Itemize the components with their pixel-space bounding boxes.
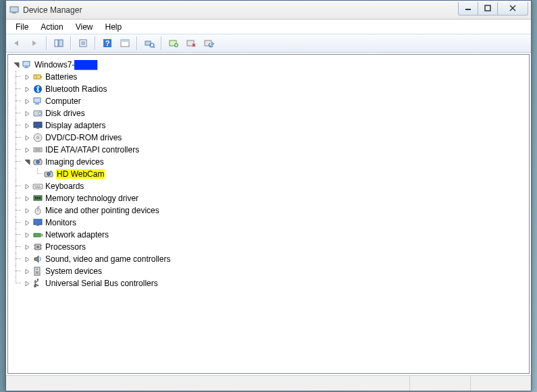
tree-category[interactable]: System devices — [8, 265, 529, 277]
svg-point-66 — [36, 269, 38, 270]
disable-button[interactable] — [201, 36, 217, 51]
action-button[interactable] — [117, 36, 133, 51]
menu-action[interactable]: Action — [35, 21, 68, 33]
svg-rect-69 — [37, 279, 39, 280]
tree-connector — [11, 132, 22, 144]
tree-connector — [11, 265, 22, 277]
scan-hardware-button[interactable] — [141, 36, 157, 51]
svg-rect-22 — [25, 66, 28, 67]
tree-category[interactable]: Processors — [8, 241, 529, 253]
svg-rect-60 — [36, 246, 39, 248]
tree-category[interactable]: Batteries — [8, 71, 529, 83]
minimize-button[interactable] — [458, 2, 478, 16]
expand-icon[interactable] — [22, 242, 32, 252]
expand-icon[interactable] — [22, 217, 32, 228]
expand-icon[interactable] — [22, 72, 32, 82]
window-title: Device Manager — [23, 5, 459, 15]
titlebar[interactable]: Device Manager — [6, 1, 531, 20]
tree-category[interactable]: Universal Serial Bus controllers — [8, 277, 529, 289]
system-icon — [32, 266, 43, 277]
uninstall-button[interactable] — [183, 36, 199, 51]
tree-category[interactable]: Computer — [8, 95, 529, 107]
tree-category[interactable]: Mice and other pointing devices — [8, 204, 529, 217]
category-label: Processors — [45, 242, 86, 252]
category-label: Imaging devices — [45, 157, 104, 167]
tree-device[interactable]: HD WebCam — [8, 168, 529, 180]
tree-category[interactable]: Network adapters — [8, 229, 529, 241]
help-button[interactable]: ? — [99, 36, 116, 51]
expand-icon[interactable] — [22, 132, 32, 143]
tree-connector — [11, 119, 22, 132]
svg-rect-13 — [121, 40, 129, 42]
svg-rect-32 — [36, 128, 39, 129]
svg-rect-67 — [36, 271, 39, 274]
collapse-icon[interactable] — [22, 157, 32, 167]
tree-category[interactable]: Disk drives — [8, 107, 529, 119]
expand-icon[interactable] — [22, 229, 32, 240]
tree-category[interactable]: Sound, video and game controllers — [8, 253, 529, 265]
expand-icon[interactable] — [22, 120, 32, 131]
back-button — [9, 36, 25, 51]
expand-icon[interactable] — [22, 108, 32, 119]
expand-icon[interactable] — [22, 266, 32, 277]
tree-connector — [11, 71, 22, 83]
menu-help[interactable]: Help — [100, 21, 128, 33]
category-label: Display adapters — [45, 121, 105, 130]
window-buttons — [459, 2, 528, 16]
expand-icon[interactable] — [22, 254, 32, 264]
tree-category[interactable]: DVD/CD-ROM drives — [8, 132, 529, 144]
svg-rect-57 — [34, 233, 41, 237]
svg-rect-28 — [35, 103, 39, 105]
svg-rect-25 — [41, 76, 42, 78]
forward-button — [26, 36, 43, 51]
device-tree-pane[interactable]: Windows7-████BatteriesBluetooth RadiosCo… — [7, 54, 530, 374]
tree-category[interactable]: Keyboards — [8, 180, 529, 192]
svg-rect-47 — [39, 186, 40, 186]
close-button[interactable] — [497, 2, 528, 16]
category-label: Memory technology driver — [45, 194, 138, 203]
menu-file[interactable]: File — [10, 21, 34, 33]
tree-connector — [11, 83, 22, 95]
tree-root[interactable]: Windows7-████ — [8, 59, 529, 71]
expand-icon[interactable] — [22, 144, 32, 155]
svg-rect-3 — [485, 5, 490, 11]
app-icon — [9, 5, 20, 16]
svg-point-70 — [37, 285, 39, 286]
bluetooth-icon — [32, 84, 43, 94]
ide-icon — [32, 144, 43, 155]
cpu-icon — [32, 242, 43, 252]
collapse-icon[interactable] — [11, 59, 22, 70]
show-hide-console-button[interactable] — [51, 36, 67, 51]
properties-button[interactable] — [75, 36, 91, 51]
tree-category[interactable]: Monitors — [8, 217, 529, 229]
computer-icon — [32, 96, 43, 107]
tree-category[interactable]: Bluetooth Radios — [8, 83, 529, 95]
svg-rect-20 — [205, 40, 211, 46]
battery-icon — [32, 72, 43, 82]
update-driver-button[interactable] — [165, 36, 182, 51]
svg-rect-31 — [34, 122, 42, 128]
tree-category[interactable]: Display adapters — [8, 119, 529, 132]
menu-view[interactable]: View — [70, 21, 99, 33]
tree-connector — [11, 253, 22, 265]
expand-icon[interactable] — [22, 84, 32, 94]
memory-icon — [32, 193, 43, 204]
usb-icon — [32, 278, 43, 289]
svg-rect-58 — [41, 234, 43, 236]
menubar: File Action View Help — [6, 20, 531, 34]
toolbar: ? — [6, 34, 531, 53]
expand-icon[interactable] — [22, 193, 32, 204]
svg-text:?: ? — [105, 39, 110, 47]
tree-category[interactable]: Memory technology driver — [8, 192, 529, 204]
tree-category[interactable]: IDE ATA/ATAPI controllers — [8, 144, 529, 156]
maximize-button[interactable] — [478, 2, 498, 16]
expand-icon[interactable] — [22, 278, 32, 289]
expand-icon[interactable] — [22, 96, 32, 107]
expand-icon[interactable] — [22, 181, 32, 192]
category-label: DVD/CD-ROM drives — [45, 133, 122, 142]
tree-category[interactable]: Imaging devicesHD WebCam — [8, 156, 529, 180]
svg-rect-43 — [50, 171, 52, 172]
category-label: IDE ATA/ATAPI controllers — [45, 145, 139, 155]
expand-icon[interactable] — [22, 205, 32, 216]
tree-connector — [11, 107, 22, 119]
